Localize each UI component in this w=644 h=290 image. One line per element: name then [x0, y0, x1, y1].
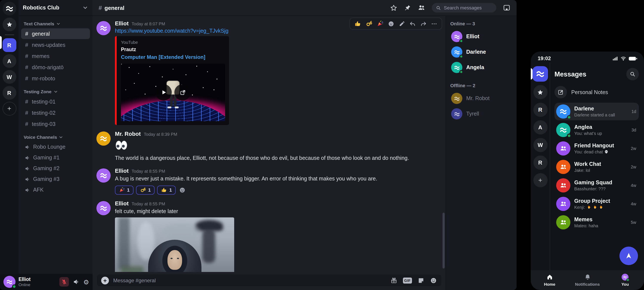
saved-notes-button[interactable] [533, 85, 547, 99]
ok-hand-emoji-button[interactable] [366, 20, 372, 27]
embed-title-link[interactable]: Computer Man [Extended Version] [121, 54, 225, 60]
channel-mr-roboto[interactable]: #mr-roboto [21, 73, 90, 84]
channel-testing-03[interactable]: #testing-03 [21, 119, 90, 129]
add-server-button[interactable]: + [2, 102, 16, 116]
voice-robo-lounge[interactable]: Robo Lounge [21, 142, 90, 152]
mute-microphone-button[interactable] [59, 277, 69, 287]
channel-testing-02[interactable]: #testing-02 [21, 107, 90, 118]
server-icon-a[interactable]: A [2, 54, 16, 68]
edit-pencil-icon[interactable] [399, 20, 405, 27]
reaction-thumbs-up[interactable]: 1 [157, 186, 176, 195]
attached-photo[interactable] [115, 217, 234, 272]
toggle-sidebar-icon[interactable] [503, 4, 510, 11]
add-reaction-button[interactable] [179, 187, 186, 193]
conversation-gaming-squad[interactable]: Gaming SquadBasshunter: ??? 4w [554, 177, 639, 194]
more-options-icon[interactable] [431, 20, 437, 27]
server-icon-r[interactable]: R [533, 103, 547, 117]
channel-memes[interactable]: #memes [21, 51, 90, 61]
server-icon-w[interactable]: W [533, 138, 547, 152]
add-server-button[interactable]: + [533, 173, 547, 187]
member-angela[interactable]: Angela [450, 61, 512, 74]
search-icon [436, 5, 441, 10]
youtube-link[interactable]: https://www.youtube.com/watch?v=jeg_TJvk… [115, 28, 229, 34]
star-icon [537, 89, 544, 96]
category-voice-channels[interactable]: Voice Channels [21, 133, 90, 141]
avatar[interactable] [96, 168, 111, 183]
attach-file-button[interactable]: + [101, 277, 109, 284]
open-external-button[interactable] [174, 84, 191, 101]
avatar[interactable] [96, 21, 111, 35]
avatar[interactable] [96, 132, 111, 146]
add-reaction-icon[interactable] [388, 20, 394, 27]
server-icon-robotics-club[interactable]: R [2, 38, 16, 52]
signal-icon [612, 55, 618, 61]
play-button[interactable] [156, 84, 172, 101]
search-button[interactable] [626, 68, 639, 80]
app-home-button[interactable] [532, 66, 548, 82]
settings-gear-button[interactable]: ⚙ [83, 279, 89, 285]
sticker-icon[interactable] [418, 277, 424, 284]
party-popper-emoji [119, 187, 125, 193]
server-icon-r2[interactable]: R [2, 86, 16, 100]
member-mr-robot[interactable]: Mr. Robot [450, 92, 512, 105]
conversation-darlene[interactable]: DarleneDarlene started a call 1d [554, 103, 639, 120]
avatar [451, 46, 462, 58]
conversation-anglea[interactable]: AngleaYou: what’s up 3d [554, 121, 639, 139]
conversation-memes[interactable]: MemesMateo: haha 5w [554, 214, 639, 231]
favorite-star-icon[interactable] [390, 4, 397, 11]
server-icon-w[interactable]: W [2, 70, 16, 84]
members-icon[interactable] [418, 4, 425, 11]
saved-notes-button[interactable] [2, 18, 16, 31]
search-input[interactable] [444, 5, 492, 10]
message-author[interactable]: Mr. Robot [115, 131, 141, 137]
conversation-friend-hangout[interactable]: Friend HangoutYou: dead chat 2w [554, 140, 639, 157]
category-text-channels[interactable]: Text Channels [21, 19, 90, 28]
conversation-group-project[interactable]: Group ProjectKenji: 4w [554, 195, 639, 213]
nav-you[interactable]: You [606, 270, 644, 290]
member-tyrell[interactable]: Tyrell [450, 107, 512, 121]
avatar[interactable] [96, 201, 111, 215]
voice-gaming-1[interactable]: Gaming #1 [21, 152, 90, 163]
message-composer[interactable]: + GIF [97, 275, 441, 286]
message-author[interactable]: Elliot [115, 200, 129, 207]
message-input[interactable] [113, 277, 386, 283]
channel-news-updates[interactable]: #news-updates [21, 39, 90, 50]
nav-notifications[interactable]: Notifications [568, 270, 606, 290]
channel-general[interactable]: #general [21, 28, 90, 39]
chevron-down-icon [59, 135, 64, 140]
gift-icon[interactable] [390, 277, 397, 284]
voice-gaming-2[interactable]: Gaming #2 [21, 163, 90, 173]
channel-domo-arigato[interactable]: #dōmo-arigatō [21, 62, 90, 73]
reaction-party-popper[interactable]: 1 [115, 186, 134, 195]
thumbs-up-emoji-button[interactable] [354, 20, 361, 27]
message-author[interactable]: Elliot [115, 20, 129, 27]
server-icon-a[interactable]: A [533, 120, 547, 135]
reaction-ok-hand[interactable]: 1 [136, 186, 154, 195]
emoji-picker-icon[interactable] [430, 277, 437, 284]
user-avatar[interactable] [4, 276, 16, 288]
video-thumbnail[interactable] [121, 64, 225, 121]
app-home-button[interactable] [2, 2, 16, 15]
party-popper-emoji-button[interactable] [377, 20, 384, 27]
member-darlene[interactable]: Darlene [450, 45, 512, 59]
server-icon-r2[interactable]: R [533, 155, 547, 170]
nav-home[interactable]: Home [531, 270, 568, 290]
forward-icon[interactable] [420, 20, 426, 27]
category-testing-zone[interactable]: Testing Zone [21, 87, 90, 96]
deafen-speaker-button[interactable] [72, 279, 80, 285]
conversation-work-chat[interactable]: Work ChatJake: lol 2w [554, 158, 639, 176]
search-box[interactable] [432, 3, 496, 12]
server-header[interactable]: Robotics Club [18, 0, 92, 16]
personal-notes-row[interactable]: Personal Notes [554, 86, 639, 98]
gif-picker-button[interactable]: GIF [403, 277, 412, 283]
pinned-messages-icon[interactable] [404, 4, 411, 11]
voice-gaming-3[interactable]: Gaming #3 [21, 174, 90, 184]
message-author[interactable]: Elliot [115, 167, 129, 174]
reply-icon[interactable] [410, 20, 416, 27]
new-message-fab[interactable] [620, 247, 638, 265]
member-elliot[interactable]: Elliot [450, 30, 512, 43]
embed-author[interactable]: Prautz [121, 47, 225, 52]
chat-scrollbar[interactable] [442, 213, 445, 269]
voice-afk[interactable]: AFK [21, 185, 90, 195]
channel-testing-01[interactable]: #testing-01 [21, 96, 90, 107]
